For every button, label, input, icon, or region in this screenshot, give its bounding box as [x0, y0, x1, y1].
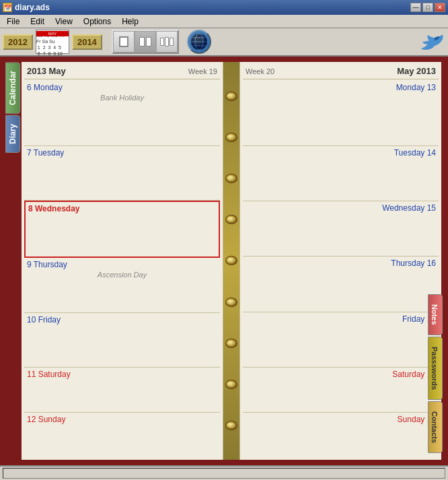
- ring-5: [225, 256, 237, 265]
- day-label-right-friday: Friday 17: [246, 314, 436, 324]
- svg-point-18: [191, 34, 207, 50]
- menu-view[interactable]: View: [50, 15, 78, 28]
- view-triple-button[interactable]: [156, 31, 178, 53]
- ring-1: [225, 92, 237, 101]
- day-event-monday: Bank Holiday: [27, 94, 217, 102]
- svg-rect-1: [120, 38, 127, 46]
- day-row-right-monday[interactable]: Monday 13: [243, 81, 439, 146]
- day-label-right-tuesday: Tuesday 14: [246, 148, 436, 158]
- day-row-thursday[interactable]: 9 Thursday Ascension Day: [24, 258, 220, 313]
- close-button[interactable]: ✕: [435, 3, 445, 12]
- day-row-right-saturday[interactable]: Saturday 18: [243, 368, 439, 413]
- view-double-button[interactable]: [135, 31, 156, 53]
- main-area: Calendar Diary 2013 May Week 19 6 Monday…: [0, 57, 448, 465]
- day-label-wednesday: 8 Wednesday: [28, 204, 216, 213]
- tab-passwords[interactable]: Passswords: [428, 337, 443, 400]
- left-week-label: Week 19: [188, 67, 217, 75]
- day-label-right-saturday: Saturday 18: [246, 370, 436, 379]
- tab-diary[interactable]: Diary: [5, 115, 20, 153]
- left-page: 2013 May Week 19 6 Monday Bank Holiday 7…: [22, 62, 223, 460]
- ring-9: [225, 421, 237, 430]
- svg-rect-10: [165, 38, 168, 46]
- day-row-friday[interactable]: 10 Friday: [24, 313, 220, 368]
- menu-edit[interactable]: Edit: [25, 15, 50, 28]
- day-row-sunday[interactable]: 12 Sunday: [24, 413, 220, 457]
- menu-file[interactable]: File: [1, 15, 25, 28]
- day-row-wednesday[interactable]: 8 Wednesday: [24, 201, 220, 258]
- day-row-right-friday[interactable]: Friday 17: [243, 312, 439, 368]
- ring-8: [225, 380, 237, 389]
- day-row-right-wednesday[interactable]: Wednesday 15: [243, 201, 439, 256]
- menu-bar: File Edit View Options Help: [0, 15, 448, 28]
- day-label-thursday: 9 Thursday: [27, 260, 217, 269]
- ring-4: [225, 215, 237, 224]
- day-label-saturday: 11 Saturday: [27, 370, 217, 379]
- day-row-saturday[interactable]: 11 Saturday: [24, 368, 220, 413]
- maximize-button[interactable]: □: [422, 3, 433, 12]
- bird-button[interactable]: [418, 30, 445, 54]
- day-event-thursday: Ascension Day: [27, 271, 217, 279]
- right-page: Week 20 May 2013 Monday 13 Tuesday 14 We…: [239, 62, 441, 460]
- day-label-friday: 10 Friday: [27, 315, 217, 324]
- svg-rect-11: [170, 38, 173, 45]
- day-label-sunday: 12 Sunday: [27, 415, 217, 424]
- day-label-right-wednesday: Wednesday 15: [246, 203, 436, 213]
- tab-calendar[interactable]: Calendar: [5, 62, 20, 114]
- year-left-button[interactable]: 2012: [3, 34, 33, 50]
- globe-button[interactable]: [187, 30, 211, 54]
- view-single-button[interactable]: [113, 31, 135, 53]
- tab-contacts[interactable]: Contacts: [428, 401, 443, 453]
- menu-options[interactable]: Options: [78, 15, 116, 28]
- status-panel: [3, 468, 445, 479]
- svg-rect-4: [140, 38, 144, 46]
- left-page-title: 2013 May: [27, 66, 66, 76]
- day-label-right-monday: Monday 13: [246, 83, 436, 92]
- spine: [223, 62, 239, 460]
- title-bar-left: 📅 diary.ads: [3, 3, 50, 12]
- day-label-right-thursday: Thursday 16: [246, 259, 436, 268]
- pages-container: 2013 May Week 19 6 Monday Bank Holiday 7…: [22, 62, 441, 460]
- year-right-button[interactable]: 2014: [72, 34, 102, 50]
- day-row-right-sunday[interactable]: Sunday 19: [243, 413, 439, 457]
- status-bar: [0, 465, 448, 480]
- day-label-right-sunday: Sunday 19: [246, 415, 436, 424]
- view-button-group: [112, 30, 179, 54]
- left-page-header: 2013 May Week 19: [24, 65, 220, 79]
- svg-rect-9: [161, 38, 163, 45]
- ring-3: [225, 174, 237, 183]
- day-row-right-tuesday[interactable]: Tuesday 14: [243, 146, 439, 201]
- minimize-button[interactable]: —: [410, 3, 421, 12]
- title-bar: 📅 diary.ads — □ ✕: [0, 0, 448, 15]
- ring-7: [225, 339, 237, 348]
- day-row-monday[interactable]: 6 Monday Bank Holiday: [24, 81, 220, 146]
- day-row-tuesday[interactable]: 7 Tuesday: [24, 146, 220, 201]
- toolbar: 2012 MAY Mo Tu We Th Fr Sa Su 1 2 3 4 5 …: [0, 28, 448, 57]
- diary-book: Calendar Diary 2013 May Week 19 6 Monday…: [5, 62, 443, 460]
- day-label-monday: 6 Monday: [27, 83, 217, 92]
- app-icon: 📅: [3, 3, 12, 12]
- left-sidebar-tabs: Calendar Diary: [5, 62, 20, 460]
- right-week-label: Week 20: [246, 67, 274, 75]
- title-bar-buttons: — □ ✕: [410, 3, 445, 12]
- menu-help[interactable]: Help: [116, 15, 144, 28]
- svg-rect-5: [147, 38, 151, 46]
- ring-6: [225, 298, 237, 307]
- day-row-right-thursday[interactable]: Thursday 16: [243, 256, 439, 312]
- day-label-tuesday: 7 Tuesday: [27, 148, 217, 158]
- ring-2: [225, 133, 237, 142]
- right-page-header: Week 20 May 2013: [243, 65, 439, 79]
- tab-notes[interactable]: Notes: [428, 294, 443, 335]
- calendar-mini[interactable]: MAY Mo Tu We Th Fr Sa Su 1 2 3 4 5 6 7 8…: [36, 30, 69, 54]
- window-title: diary.ads: [15, 3, 50, 12]
- right-sidebar-tabs: Notes Passswords Contacts: [428, 62, 443, 460]
